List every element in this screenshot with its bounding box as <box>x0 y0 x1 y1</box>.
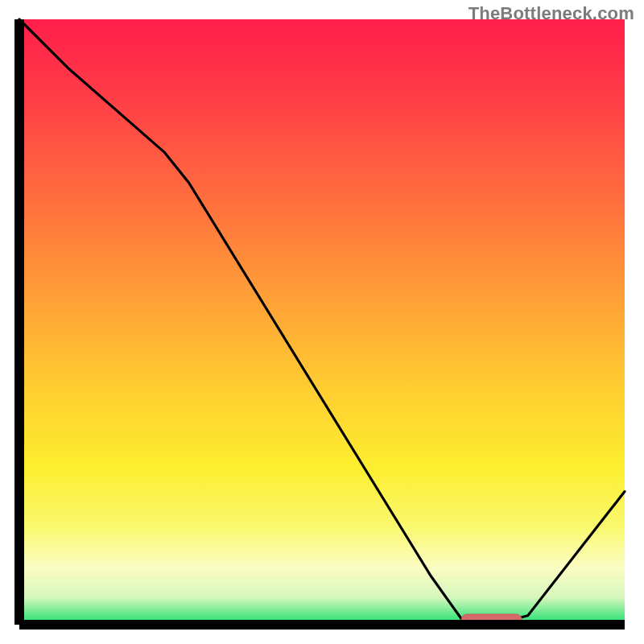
bottleneck-chart: TheBottleneck.com <box>0 0 644 644</box>
plot-area <box>19 19 625 625</box>
chart-svg <box>0 0 644 644</box>
attribution-label: TheBottleneck.com <box>469 3 634 24</box>
